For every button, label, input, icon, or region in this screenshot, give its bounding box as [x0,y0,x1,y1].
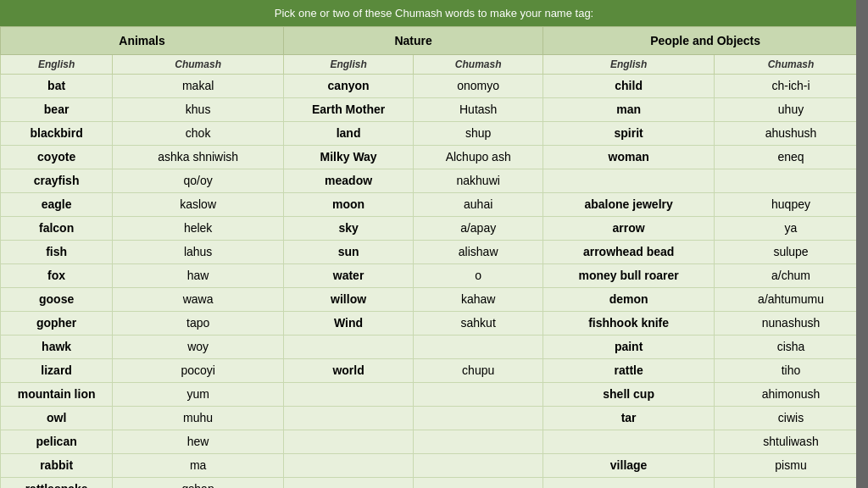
people-english-cell: spirit [543,122,715,146]
people-chumash-cell: ciwis [715,407,868,430]
nature-chumash-cell: onomyo [414,75,543,98]
people-chumash-cell: cisha [715,336,868,359]
animal-english-cell: lizard [1,359,113,383]
header-banner: Pick one or two of these Chumash words t… [0,0,868,26]
animal-chumash-cell: kaslow [113,193,284,217]
table-row: goose wawa willow kahaw demon a/ahtumumu [1,288,868,312]
nature-english-cell: land [284,122,414,146]
nature-english-cell: sky [284,217,414,241]
nature-chumash-cell [414,430,543,454]
page-wrapper: Pick one or two of these Chumash words t… [0,0,868,488]
animal-english-cell: falcon [1,217,113,241]
banner-text: Pick one or two of these Chumash words t… [275,7,593,19]
nature-english-cell [284,430,414,454]
table-row: fish lahus sun alishaw arrowhead bead su… [1,241,868,264]
nature-chumash-cell: auhai [414,193,543,217]
animal-english-cell: fish [1,241,113,264]
table-row: gopher tapo Wind sahkut fishhook knife n… [1,312,868,336]
people-chumash-cell: ahimonush [715,383,868,407]
people-chumash-cell: ch-ich-i [715,75,868,98]
nature-chumash-cell: alishaw [414,241,543,264]
animal-english-cell: owl [1,407,113,430]
people-english-cell: shell cup [543,383,715,407]
table-row: fox haw water o money bull roarer a/chum [1,264,868,288]
people-chumash-cell: a/ahtumumu [715,288,868,312]
animal-english-cell: gopher [1,312,113,336]
animal-chumash-cell: tapo [113,312,284,336]
animal-chumash-cell: yum [113,383,284,407]
nature-chumash-cell [414,383,543,407]
animal-chumash-cell: qshap [113,478,284,489]
nature-chumash-cell: shup [414,122,543,146]
nature-category: Nature [284,27,543,55]
animal-chumash-cell: haw [113,264,284,288]
table-row: falcon helek sky a/apay arrow ya [1,217,868,241]
nature-chumash-cell: sahkut [414,312,543,336]
animal-english-cell: hawk [1,336,113,359]
animal-chumash-cell: ashka shniwish [113,146,284,169]
people-english-cell: paint [543,336,715,359]
people-english-cell: abalone jewelry [543,193,715,217]
animal-chumash-cell: hew [113,430,284,454]
animal-english-cell: eagle [1,193,113,217]
animal-chumash-cell: qo/oy [113,169,284,193]
animal-english-cell: rattlesnake [1,478,113,489]
nature-english-cell: world [284,359,414,383]
nature-chumash-cell: Hutash [414,98,543,122]
people-english-cell: fishhook knife [543,312,715,336]
people-chumash-cell [715,478,868,489]
animals-chumash-header: Chumash [113,55,284,75]
animal-chumash-cell: makal [113,75,284,98]
people-chumash-cell: tiho [715,359,868,383]
nature-chumash-cell: o [414,264,543,288]
nature-english-cell: sun [284,241,414,264]
people-chumash-cell: huqpey [715,193,868,217]
nature-english-cell: water [284,264,414,288]
animal-english-cell: blackbird [1,122,113,146]
people-english-cell: tar [543,407,715,430]
people-chumash-cell: sulupe [715,241,868,264]
people-english-header: English [543,55,715,75]
animal-english-cell: bat [1,75,113,98]
people-english-cell: arrow [543,217,715,241]
right-scrollbar[interactable] [856,0,868,488]
people-english-cell: child [543,75,715,98]
nature-chumash-cell [414,478,543,489]
animal-english-cell: coyote [1,146,113,169]
people-english-cell [543,430,715,454]
animal-english-cell: mountain lion [1,383,113,407]
animal-chumash-cell: helek [113,217,284,241]
people-chumash-cell: shtuliwash [715,430,868,454]
animal-chumash-cell: woy [113,336,284,359]
animal-english-cell: bear [1,98,113,122]
animal-chumash-cell: muhu [113,407,284,430]
nature-chumash-cell: chupu [414,359,543,383]
nature-chumash-cell [414,454,543,478]
people-english-cell: village [543,454,715,478]
people-objects-category: People and Objects [543,27,868,55]
people-chumash-header: Chumash [715,55,868,75]
animal-chumash-cell: chok [113,122,284,146]
people-chumash-cell: uhuy [715,98,868,122]
nature-chumash-cell: Alchupo ash [414,146,543,169]
people-english-cell: rattle [543,359,715,383]
table-row: crayfish qo/oy meadow nakhuwi [1,169,868,193]
people-chumash-cell: a/chum [715,264,868,288]
animal-english-cell: fox [1,264,113,288]
people-chumash-cell: pismu [715,454,868,478]
table-row: bear khus Earth Mother Hutash man uhuy [1,98,868,122]
table-row: pelican hew shtuliwash [1,430,868,454]
nature-english-header: English [284,55,414,75]
main-table: Animals Nature People and Objects Englis… [0,26,868,488]
table-row: rabbit ma village pismu [1,454,868,478]
table-row: lizard pocoyi world chupu rattle tiho [1,359,868,383]
nature-english-cell [284,383,414,407]
animal-chumash-cell: wawa [113,288,284,312]
animal-english-cell: pelican [1,430,113,454]
nature-chumash-cell: a/apay [414,217,543,241]
table-row: bat makal canyon onomyo child ch-ich-i [1,75,868,98]
table-row: owl muhu tar ciwis [1,407,868,430]
people-chumash-cell: nunashush [715,312,868,336]
people-chumash-cell [715,169,868,193]
animal-chumash-cell: ma [113,454,284,478]
